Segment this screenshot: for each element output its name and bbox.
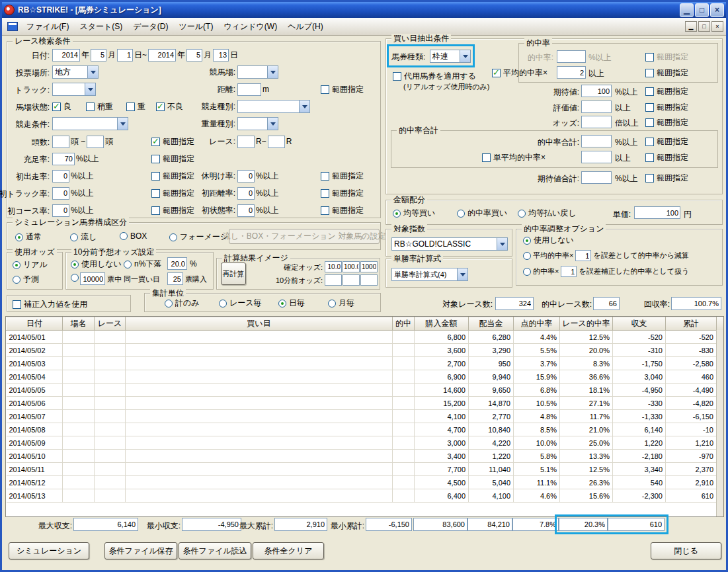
going-good-checkbox[interactable]: 良 [52,101,71,112]
column-header-1[interactable]: 場名 [63,317,95,331]
pre-odds-input-2[interactable] [343,274,360,286]
course-dropdown[interactable] [237,65,278,79]
track-dropdown[interactable] [52,83,96,96]
mdi-restore-button[interactable]: □ [698,21,710,32]
target-index-dropdown[interactable]: RB☆GOLD!CLASSIC [391,237,508,251]
first-condition-input[interactable] [237,204,255,217]
expectation-total-range-checkbox[interactable]: 範囲指定 [645,173,688,184]
date-to-year-input[interactable] [148,49,176,61]
heads-to-input[interactable] [87,136,104,148]
maximize-button[interactable]: □ [695,3,709,17]
simulation-button[interactable]: シミュレーション [9,542,89,559]
odds-input[interactable] [581,116,612,128]
hit-rate-range-checkbox[interactable]: 範囲指定 [645,52,688,63]
date-from-year-input[interactable] [52,49,80,61]
column-header-5[interactable]: 購入金額 [415,317,469,331]
date-from-day-input[interactable] [117,49,133,61]
minimize-button[interactable]: ▁ [680,3,694,17]
date-from-month-input[interactable] [91,49,106,61]
expectation-input[interactable] [581,85,612,97]
equal-buy-radio[interactable]: 均等買い [393,208,435,219]
rest-return-range-checkbox[interactable]: 範囲指定 [321,171,364,182]
vertical-scrollbar[interactable] [716,330,723,516]
normal-radio[interactable]: 通常 [15,231,42,243]
result-row[interactable]: 2014/05/0514,6009,6506.8%18.1%-4,950-4,4… [7,384,717,397]
rest-return-input[interactable] [237,170,255,183]
weight-type-dropdown[interactable] [237,117,278,130]
single-avg-hit-input[interactable] [581,151,612,163]
chevron-down-icon[interactable] [267,118,278,130]
forecast-odds-radio[interactable]: 予測 [13,274,39,285]
save-conditions-button[interactable]: 条件ファイル保存 [104,542,177,559]
column-header-4[interactable]: 的中 [393,317,415,331]
menu-file[interactable]: ファイル(F) [21,19,74,35]
adjust-none-radio[interactable]: 使用しない [523,235,574,246]
race-number-from-input[interactable] [237,136,255,148]
aggregate-race-radio[interactable]: レース毎 [219,298,262,309]
menu-window[interactable]: ウィンドウ(W) [218,19,282,35]
aggregate-day-radio[interactable]: 日毎 [278,298,305,309]
heads-from-input[interactable] [52,136,69,148]
pre-odds-input-3[interactable] [360,274,378,286]
correction-checkbox[interactable]: 補正入力値を使用 [13,299,87,310]
hit-rate-buy-radio[interactable]: 的中率買い [457,208,507,219]
result-row[interactable]: 2014/05/0615,20014,87010.5%27.1%-330-4,8… [7,397,717,410]
distance-range-checkbox[interactable]: 範囲指定 [321,84,364,95]
expectation-total-input[interactable] [581,171,612,184]
chevron-down-icon[interactable] [85,83,95,95]
close-button[interactable]: × [710,3,724,17]
column-header-6[interactable]: 配当金 [469,317,514,331]
first-distance-input[interactable] [237,187,255,200]
odds-range-checkbox[interactable]: 範囲指定 [645,117,688,128]
aggregate-total-radio[interactable]: 計のみ [165,298,200,309]
adjust-error-correct-radio[interactable]: 的中率×を誤差補正した的中率として扱う [523,266,689,277]
evaluation-input[interactable] [581,101,612,113]
column-header-10[interactable]: 累計 [666,317,717,331]
mdi-close-button[interactable]: × [711,21,723,32]
going-slightly-heavy-checkbox[interactable]: 稍重 [86,101,113,112]
result-row[interactable]: 2014/05/023,6003,2905.5%20.0%-310-830 [7,344,717,357]
close-dialog-button[interactable]: 閉じる [651,542,721,559]
adjust-avg-input[interactable] [575,250,591,261]
menu-help[interactable]: ヘルプ(H) [282,19,329,35]
load-conditions-button[interactable]: 条件ファイル読込 [179,542,251,559]
fixed-odds-input-3[interactable] [360,261,378,272]
avg-hit-rate-range-checkbox[interactable]: 範囲指定 [645,67,688,79]
equal-payout-radio[interactable]: 均等払い戻し [518,208,577,219]
result-row[interactable]: 2014/05/032,7009503.7%8.3%-1,750-2,580 [7,357,717,370]
chevron-down-icon[interactable] [497,238,507,250]
result-row[interactable]: 2014/05/103,4001,2205.8%13.3%-2,180-970 [7,450,717,463]
fixed-odds-input-2[interactable] [343,261,360,272]
adjust-error-input[interactable] [561,266,577,277]
race-number-to-input[interactable] [268,136,285,148]
result-row[interactable]: 2014/05/117,70011,0405.1%12.5%3,3402,370 [7,463,717,476]
vote-count-input[interactable] [80,272,105,285]
hit-rate-input[interactable] [557,50,586,63]
chevron-down-icon[interactable] [87,66,98,78]
recalculate-button[interactable]: 再計算 [221,263,246,285]
first-track-input[interactable] [52,187,69,200]
first-course-input[interactable] [52,204,69,217]
expectation-range-checkbox[interactable]: 範囲指定 [645,86,688,97]
hit-rate-total-range-checkbox[interactable]: 範囲指定 [645,136,688,147]
race-type-dropdown[interactable] [237,100,310,113]
first-condition-range-checkbox[interactable]: 範囲指定 [321,205,364,216]
result-row[interactable]: 2014/05/136,4004,1004.6%15.6%-2,300610 [7,489,717,503]
single-avg-hit-range-checkbox[interactable]: 範囲指定 [645,152,688,163]
first-run-input[interactable] [52,170,69,183]
menu-start[interactable]: スタート(S) [74,19,128,35]
avg-hit-rate-checkbox[interactable]: 平均的中率× [492,67,547,79]
menu-tools[interactable]: ツール(T) [174,19,219,35]
pre-odds-fall-radio[interactable]: n%下落 [124,259,161,270]
nagashi-radio[interactable]: 流し [70,231,97,243]
date-to-month-input[interactable] [186,49,202,61]
race-condition-dropdown[interactable] [52,117,128,130]
column-header-2[interactable]: レース [95,317,126,331]
result-row[interactable]: 2014/05/046,9009,94015.9%36.6%3,040460 [7,370,717,384]
avg-hit-rate-input[interactable] [557,66,586,79]
chevron-down-icon[interactable] [457,268,467,280]
fall-percent-input[interactable] [167,257,187,270]
result-row[interactable]: 2014/05/124,5005,04011.1%26.3%5402,910 [7,476,717,489]
chevron-down-icon[interactable] [267,66,278,78]
mdi-minimize-button[interactable]: ▁ [685,21,697,32]
